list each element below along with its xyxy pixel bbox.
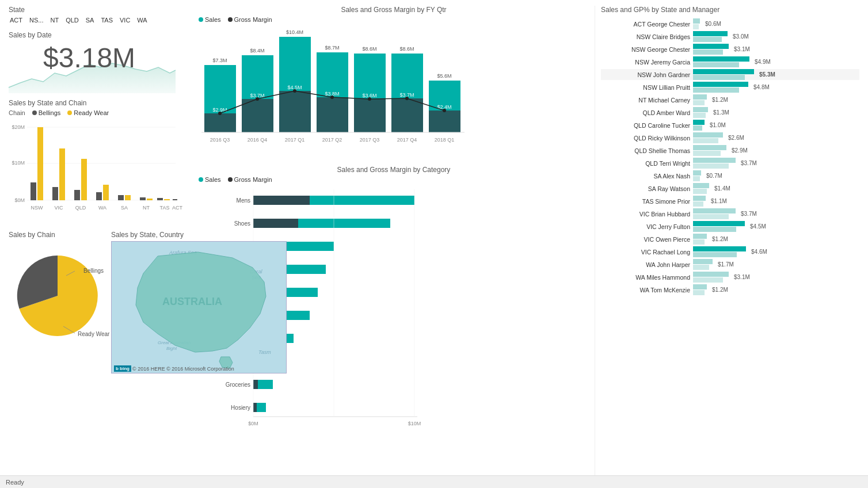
bar-light[interactable] bbox=[693, 158, 736, 163]
bar-teal[interactable] bbox=[693, 69, 754, 74]
bar-light2[interactable] bbox=[693, 214, 729, 219]
bar-value: $1.3M bbox=[713, 109, 729, 116]
bar-gm-2016q4[interactable] bbox=[242, 99, 273, 132]
bar-light[interactable] bbox=[693, 62, 739, 67]
bar-light2[interactable] bbox=[693, 151, 721, 156]
svg-text:Bight: Bight bbox=[166, 346, 177, 351]
bar-nsw-readywear[interactable] bbox=[37, 127, 43, 200]
bar-light2[interactable] bbox=[693, 277, 723, 283]
state-pill-vic[interactable]: VIC bbox=[119, 16, 131, 24]
bar-gm-2017q2[interactable] bbox=[317, 97, 348, 132]
hbar-groceries-gm[interactable] bbox=[253, 380, 258, 389]
bar-gm-2017q4[interactable] bbox=[391, 98, 423, 132]
bar-teal[interactable] bbox=[693, 82, 748, 87]
fy-sales-dot bbox=[199, 17, 203, 22]
bar-nt-bellings[interactable] bbox=[140, 197, 146, 200]
bar-teal[interactable] bbox=[693, 221, 745, 226]
bar-light[interactable] bbox=[693, 75, 745, 80]
bar-light2[interactable] bbox=[693, 201, 703, 207]
hbar-hosiery-gm[interactable] bbox=[253, 403, 257, 412]
manager-row-tas-simone: TAS Simone Prior $1.1M bbox=[601, 196, 859, 207]
manager-name: QLD Shellie Thomas bbox=[601, 147, 690, 154]
manager-name: NSW John Gardner bbox=[601, 71, 690, 78]
gm-dot-q1-17 bbox=[293, 89, 296, 93]
bar-tas-bellings[interactable] bbox=[157, 198, 163, 200]
state-pill-nt[interactable]: NT bbox=[49, 16, 60, 24]
bar-sa-readywear[interactable] bbox=[125, 195, 131, 200]
bar-teal[interactable] bbox=[693, 44, 729, 49]
bar-act-bellings[interactable] bbox=[173, 199, 177, 200]
manager-row-vic-rachael: VIC Rachael Long $4.6M bbox=[601, 246, 859, 257]
bar-vic-readywear[interactable] bbox=[59, 148, 65, 200]
bar-light[interactable] bbox=[693, 170, 701, 176]
bar-light[interactable] bbox=[693, 49, 723, 55]
hbar-mens-gm[interactable] bbox=[253, 196, 310, 205]
svg-text:Mens: Mens bbox=[237, 197, 250, 204]
bar-light2[interactable] bbox=[693, 239, 705, 245]
svg-text:Tasm: Tasm bbox=[258, 349, 271, 355]
bar-light2[interactable] bbox=[693, 24, 699, 29]
bar-qld-readywear[interactable] bbox=[81, 159, 87, 200]
bar-light[interactable] bbox=[693, 227, 736, 232]
bar-value: $2.6M bbox=[728, 135, 744, 141]
cat-gm-legend: Gross Margin bbox=[228, 176, 272, 183]
bar-light2[interactable] bbox=[693, 176, 700, 181]
bar-light[interactable] bbox=[693, 132, 723, 138]
state-pill-sa[interactable]: SA bbox=[85, 16, 96, 24]
bar-tas-readywear[interactable] bbox=[164, 199, 170, 200]
bar-light[interactable] bbox=[693, 18, 700, 24]
bar-light2[interactable] bbox=[693, 189, 707, 194]
bar-light[interactable] bbox=[693, 259, 713, 264]
bar-teal[interactable] bbox=[693, 120, 705, 125]
manager-name: NT Michael Carney bbox=[601, 97, 690, 104]
bar-light[interactable] bbox=[693, 208, 736, 214]
bar-light2[interactable] bbox=[693, 138, 718, 143]
manager-row-qld-caroline: QLD Caroline Tucker $1.0M bbox=[601, 120, 859, 131]
bar-light[interactable] bbox=[693, 196, 706, 201]
bar-gm-2017q1[interactable] bbox=[279, 91, 311, 132]
status-ready: Ready bbox=[6, 479, 24, 486]
bar-light[interactable] bbox=[693, 87, 739, 93]
hbar-shoes-gm[interactable] bbox=[253, 219, 298, 228]
bar-light[interactable] bbox=[693, 125, 702, 131]
bar-teal[interactable] bbox=[693, 56, 749, 62]
bar-light[interactable] bbox=[693, 252, 737, 257]
bar-sa-bellings[interactable] bbox=[118, 195, 124, 200]
bar-value: $1.4M bbox=[714, 185, 730, 192]
manager-name: NSW George Chester bbox=[601, 46, 690, 53]
bar-light2[interactable] bbox=[693, 100, 705, 105]
bar-gm-2017q3[interactable] bbox=[354, 99, 386, 132]
bar-qld-bellings[interactable] bbox=[74, 190, 80, 200]
bar-light[interactable] bbox=[693, 37, 722, 42]
manager-bars bbox=[693, 44, 729, 55]
bar-light[interactable] bbox=[693, 145, 726, 150]
bar-value: $3.1M bbox=[734, 46, 750, 52]
state-pill-tas[interactable]: TAS bbox=[100, 16, 114, 24]
bar-light[interactable] bbox=[693, 94, 707, 100]
bar-light[interactable] bbox=[693, 272, 729, 277]
svg-text:$10M: $10M bbox=[12, 160, 25, 166]
state-pill-ns[interactable]: NS... bbox=[28, 16, 44, 24]
state-pill-wa[interactable]: WA bbox=[136, 16, 148, 24]
bar-light2[interactable] bbox=[693, 163, 729, 169]
bar-nsw-bellings[interactable] bbox=[31, 182, 36, 200]
bar-light2[interactable] bbox=[693, 290, 705, 295]
bar-light[interactable] bbox=[693, 183, 709, 188]
bar-light[interactable] bbox=[693, 284, 707, 289]
bar-wa-bellings[interactable] bbox=[96, 192, 102, 200]
manager-row-wa-tom: WA Tom McKenzie $1.2M bbox=[601, 284, 859, 295]
bar-teal[interactable] bbox=[693, 246, 746, 251]
bar-gm-2016q3[interactable] bbox=[204, 113, 236, 132]
bar-light[interactable] bbox=[693, 107, 708, 112]
bar-vic-bellings[interactable] bbox=[52, 187, 58, 200]
bar-teal[interactable] bbox=[693, 31, 728, 36]
bar-nt-readywear[interactable] bbox=[147, 199, 153, 200]
state-pill-qld[interactable]: QLD bbox=[64, 16, 80, 24]
bar-light2[interactable] bbox=[693, 113, 706, 118]
bar-gm-2018q1[interactable] bbox=[429, 110, 460, 132]
bar-light[interactable] bbox=[693, 234, 707, 239]
bar-light2[interactable] bbox=[693, 265, 709, 270]
manager-bars bbox=[693, 56, 749, 67]
state-pill-act[interactable]: ACT bbox=[9, 16, 24, 24]
bar-wa-readywear[interactable] bbox=[103, 185, 109, 200]
